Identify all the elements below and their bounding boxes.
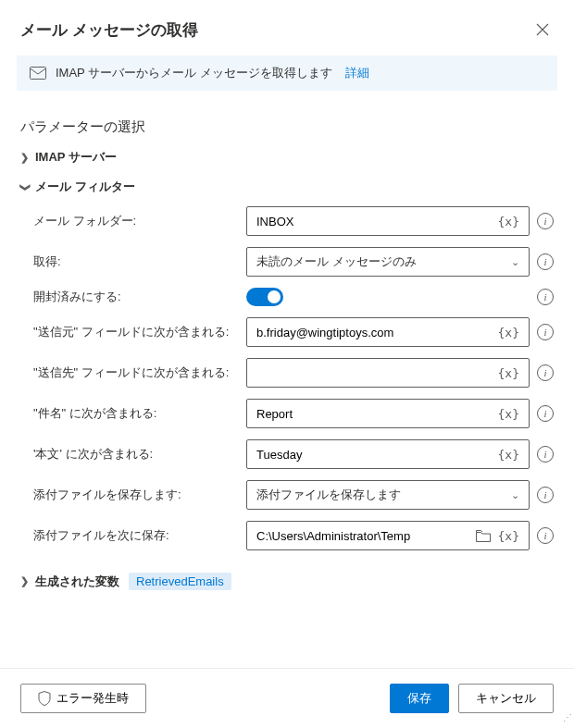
subject-input[interactable]: {x} xyxy=(246,399,530,428)
save-to-input[interactable]: {x} xyxy=(246,521,530,550)
info-text: IMAP サーバーからメール メッセージを取得します xyxy=(56,65,332,81)
info-bar: IMAP サーバーからメール メッセージを取得します 詳細 xyxy=(17,56,557,91)
from-input[interactable]: {x} xyxy=(246,317,530,347)
chevron-right-icon: ❯ xyxy=(20,575,30,587)
from-field[interactable] xyxy=(256,318,494,346)
to-input[interactable]: {x} xyxy=(246,358,530,388)
group-imap-server[interactable]: ❯ IMAP サーバー xyxy=(20,149,554,166)
group-mail-filter[interactable]: ❯ メール フィルター xyxy=(20,179,554,195)
label-save-to: 添付ファイルを次に保存: xyxy=(33,527,246,544)
variable-icon[interactable]: {x} xyxy=(494,215,523,228)
label-body: '本文' に次が含まれる: xyxy=(33,446,246,463)
shield-icon xyxy=(38,691,51,706)
label-retrieve: 取得: xyxy=(33,253,246,270)
group-label: 生成された変数 xyxy=(35,574,119,590)
label-save-attachments: 添付ファイルを保存します: xyxy=(33,487,246,503)
content-area: パラメーターの選択 ❯ IMAP サーバー ❯ メール フィルター メール フォ… xyxy=(0,91,574,660)
variable-icon[interactable]: {x} xyxy=(494,407,523,421)
group-label: IMAP サーバー xyxy=(35,149,117,166)
label-from: "送信元" フィールドに次が含まれる: xyxy=(33,324,246,340)
info-icon[interactable]: i xyxy=(537,527,554,544)
mail-icon xyxy=(30,67,46,80)
folder-browse-icon[interactable] xyxy=(472,530,494,542)
variable-icon[interactable]: {x} xyxy=(494,366,523,380)
label-mail-folder: メール フォルダー: xyxy=(33,213,246,229)
section-title: パラメーターの選択 xyxy=(20,118,554,136)
save-attachments-select[interactable]: 添付ファイルを保存します ⌄ xyxy=(246,480,530,510)
details-link[interactable]: 詳細 xyxy=(345,65,369,81)
save-button[interactable]: 保存 xyxy=(390,684,449,713)
retrieve-select[interactable]: 未読のメール メッセージのみ ⌄ xyxy=(246,247,530,277)
mail-folder-input[interactable]: {x} xyxy=(246,206,530,236)
info-icon[interactable]: i xyxy=(537,289,554,305)
variable-icon[interactable]: {x} xyxy=(494,529,523,543)
subject-field[interactable] xyxy=(256,400,494,427)
mark-read-toggle[interactable] xyxy=(246,288,283,306)
group-generated-vars[interactable]: ❯ 生成された変数 xyxy=(20,574,119,590)
cancel-button[interactable]: キャンセル xyxy=(458,684,554,713)
generated-variable-link[interactable]: RetrievedEmails xyxy=(129,573,231,590)
info-icon[interactable]: i xyxy=(537,405,554,422)
to-field[interactable] xyxy=(256,359,494,387)
close-icon xyxy=(536,23,549,36)
label-to: "送信先" フィールドに次が含まれる: xyxy=(33,364,246,381)
body-field[interactable] xyxy=(256,440,494,468)
label-subject: "件名" に次が含まれる: xyxy=(33,405,246,422)
on-error-button[interactable]: エラー発生時 xyxy=(20,684,146,713)
on-error-label: エラー発生時 xyxy=(56,690,129,707)
close-button[interactable] xyxy=(531,19,554,41)
retrieve-value: 未読のメール メッセージのみ xyxy=(256,253,417,270)
info-icon[interactable]: i xyxy=(537,364,554,381)
dialog-title: メール メッセージの取得 xyxy=(20,19,198,41)
label-mark-read: 開封済みにする: xyxy=(33,289,246,305)
svg-rect-0 xyxy=(31,68,46,80)
info-icon[interactable]: i xyxy=(537,253,554,270)
group-label: メール フィルター xyxy=(35,179,135,195)
variable-icon[interactable]: {x} xyxy=(494,326,523,339)
save-to-field[interactable] xyxy=(256,522,472,549)
chevron-down-icon: ⌄ xyxy=(511,489,519,501)
info-icon[interactable]: i xyxy=(537,324,554,340)
info-icon[interactable]: i xyxy=(537,487,554,503)
body-input[interactable]: {x} xyxy=(246,439,530,469)
chevron-down-icon: ❯ xyxy=(19,182,31,191)
chevron-down-icon: ⌄ xyxy=(511,256,519,268)
info-icon[interactable]: i xyxy=(537,213,554,229)
chevron-right-icon: ❯ xyxy=(20,152,30,164)
save-attachments-value: 添付ファイルを保存します xyxy=(256,487,401,503)
footer: エラー発生時 保存 キャンセル xyxy=(0,668,574,728)
mail-folder-field[interactable] xyxy=(256,207,494,235)
variable-icon[interactable]: {x} xyxy=(494,448,523,462)
info-icon[interactable]: i xyxy=(537,446,554,463)
